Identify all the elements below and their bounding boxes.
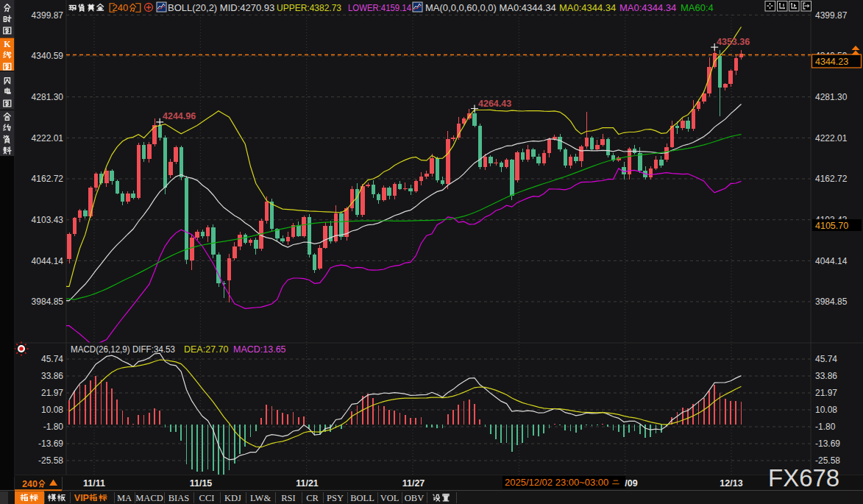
svg-text:4244.96: 4244.96 <box>163 111 196 121</box>
svg-text:VOL: VOL <box>380 493 399 503</box>
svg-text:VIP: VIP <box>74 493 89 503</box>
svg-text:BIAS: BIAS <box>168 493 190 503</box>
svg-text:10.08: 10.08 <box>41 405 63 415</box>
svg-text:2025/12/02 23:00~03:00: 2025/12/02 23:00~03:00 <box>505 477 608 488</box>
svg-text:CR: CR <box>306 493 319 503</box>
svg-text:MA60:4: MA60:4 <box>681 2 714 13</box>
svg-text:4105.70: 4105.70 <box>815 221 848 231</box>
svg-text:4103.43: 4103.43 <box>32 215 64 225</box>
svg-text:RSI: RSI <box>281 493 295 503</box>
svg-text:10.08: 10.08 <box>815 405 837 415</box>
svg-text:4399.87: 4399.87 <box>815 10 848 21</box>
svg-text:4264.43: 4264.43 <box>478 99 511 109</box>
svg-text:3984.85: 3984.85 <box>32 297 64 307</box>
svg-text:-25.58: -25.58 <box>38 455 63 466</box>
svg-text:-13.69: -13.69 <box>815 439 840 449</box>
svg-text:4399.87: 4399.87 <box>32 10 64 21</box>
svg-text:11/15: 11/15 <box>190 478 213 489</box>
svg-text:4281.30: 4281.30 <box>815 92 848 102</box>
svg-text:K: K <box>4 39 11 49</box>
svg-text:DEA:27.70: DEA:27.70 <box>184 344 229 355</box>
svg-text:MACD: MACD <box>135 493 163 503</box>
svg-text:4340.59: 4340.59 <box>32 51 64 61</box>
svg-text:LW&: LW& <box>250 493 271 503</box>
svg-text:4044.14: 4044.14 <box>32 256 64 266</box>
svg-text:MA0:4344.34: MA0:4344.34 <box>559 2 616 13</box>
svg-text:21.97: 21.97 <box>815 388 837 398</box>
svg-text:CCI: CCI <box>199 493 215 503</box>
svg-text:33.86: 33.86 <box>815 371 837 381</box>
svg-text:4222.01: 4222.01 <box>32 133 64 143</box>
svg-text:PSY: PSY <box>327 493 344 503</box>
svg-text:BOLL: BOLL <box>350 493 374 503</box>
svg-text:4353.36: 4353.36 <box>717 37 750 47</box>
svg-text:KDJ: KDJ <box>224 493 241 503</box>
svg-text:-13.69: -13.69 <box>38 439 63 449</box>
svg-text:UPPER:4382.73: UPPER:4382.73 <box>277 2 341 13</box>
svg-text:4222.01: 4222.01 <box>815 133 848 143</box>
svg-text:11/21: 11/21 <box>296 478 319 489</box>
svg-text:3984.85: 3984.85 <box>815 297 848 307</box>
svg-text:-1.80: -1.80 <box>815 422 836 432</box>
svg-text:MACD:13.65: MACD:13.65 <box>233 344 286 355</box>
svg-text:45.74: 45.74 <box>41 354 63 364</box>
svg-text:MA(0,0,0,60,0,0) MA0:4344.34: MA(0,0,0,60,0,0) MA0:4344.34 <box>425 2 556 13</box>
svg-text:11/27: 11/27 <box>402 478 425 489</box>
svg-text:4044.14: 4044.14 <box>815 256 848 266</box>
svg-text:LOWER:4159.14: LOWER:4159.14 <box>348 2 411 13</box>
svg-text:240: 240 <box>22 479 38 489</box>
svg-text:4344.23: 4344.23 <box>815 57 848 67</box>
svg-text:/09: /09 <box>625 478 637 489</box>
svg-text:11/11: 11/11 <box>83 478 105 489</box>
svg-text:MACD(26,12,9) DIFF:34.53: MACD(26,12,9) DIFF:34.53 <box>71 344 175 355</box>
svg-text:4162.72: 4162.72 <box>32 174 64 184</box>
svg-text:BOLL(20,2) MID:4270.93: BOLL(20,2) MID:4270.93 <box>168 2 274 13</box>
svg-text:45.74: 45.74 <box>815 354 837 364</box>
svg-text:OBV: OBV <box>405 493 424 503</box>
svg-text:FX678: FX678 <box>768 464 839 491</box>
svg-text:4162.72: 4162.72 <box>815 174 848 184</box>
svg-text:MA0:4344.34: MA0:4344.34 <box>619 2 676 13</box>
svg-text:12/13: 12/13 <box>720 478 742 489</box>
svg-text:-1.80: -1.80 <box>43 422 64 432</box>
svg-text:21.97: 21.97 <box>41 388 63 398</box>
svg-text:33.86: 33.86 <box>41 371 63 381</box>
svg-text:240: 240 <box>113 2 129 13</box>
svg-text:MA: MA <box>117 493 132 503</box>
svg-text:4281.30: 4281.30 <box>32 92 64 102</box>
